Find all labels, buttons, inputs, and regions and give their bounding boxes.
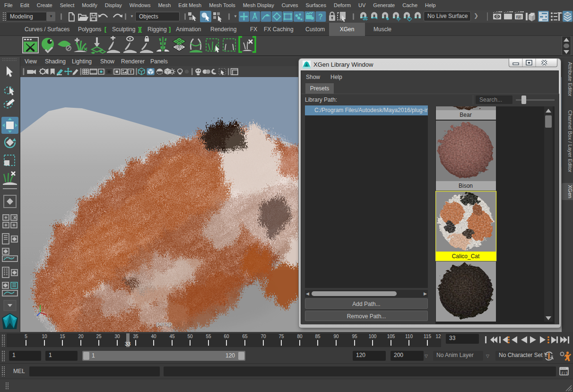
svg-text:25: 25 bbox=[96, 334, 102, 339]
svg-text:?: ? bbox=[318, 13, 323, 21]
svg-text:30: 30 bbox=[114, 334, 120, 339]
svg-text:105: 105 bbox=[387, 334, 395, 339]
svg-text:75: 75 bbox=[278, 334, 284, 339]
svg-text:80: 80 bbox=[297, 334, 303, 339]
svg-text:Bear: Bear bbox=[460, 112, 471, 118]
svg-text:IPR: IPR bbox=[517, 16, 522, 19]
svg-text:65: 65 bbox=[242, 334, 248, 339]
svg-text:5: 5 bbox=[25, 334, 27, 339]
svg-text:85: 85 bbox=[315, 334, 321, 339]
svg-text:20: 20 bbox=[78, 334, 84, 339]
svg-text:33: 33 bbox=[125, 341, 130, 347]
svg-text:60: 60 bbox=[224, 334, 229, 339]
svg-text:Bison: Bison bbox=[459, 183, 473, 189]
svg-text:95: 95 bbox=[352, 334, 357, 339]
svg-text:40: 40 bbox=[151, 334, 156, 339]
svg-text:T: T bbox=[129, 69, 132, 74]
svg-text:115: 115 bbox=[424, 334, 431, 339]
svg-text:Calico_Cat: Calico_Cat bbox=[452, 253, 480, 260]
svg-text:90: 90 bbox=[333, 334, 339, 339]
svg-text:55: 55 bbox=[206, 334, 211, 339]
svg-text:15: 15 bbox=[60, 334, 65, 339]
svg-text:{;}: {;} bbox=[561, 371, 568, 375]
svg-text:12: 12 bbox=[435, 334, 441, 339]
svg-text:110: 110 bbox=[405, 334, 413, 339]
svg-text:45: 45 bbox=[169, 334, 175, 339]
svg-text:70: 70 bbox=[260, 334, 266, 339]
svg-text:50: 50 bbox=[187, 334, 193, 339]
svg-text:35: 35 bbox=[133, 334, 139, 339]
svg-text:100: 100 bbox=[369, 334, 377, 339]
svg-text:10: 10 bbox=[42, 334, 47, 339]
